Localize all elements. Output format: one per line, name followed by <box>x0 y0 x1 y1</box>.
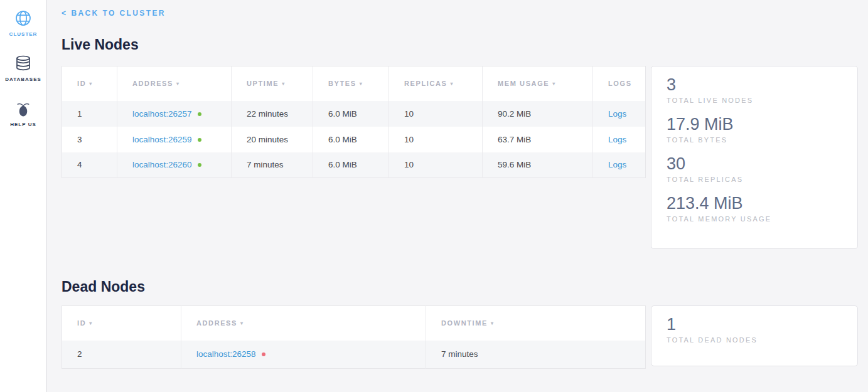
back-chevron-icon: < <box>62 9 67 18</box>
dead-status-dot-icon <box>262 352 265 356</box>
logs-link[interactable]: Logs <box>608 135 626 144</box>
node-mem-usage-cell: 90.2 MiB <box>483 101 593 127</box>
table-row: 3 localhost:26259 20 minutes 6.0 MiB 10 … <box>62 127 646 152</box>
stat-label: TOTAL BYTES <box>667 136 842 144</box>
node-address-cell: localhost:26258 <box>181 341 426 369</box>
node-bytes-cell: 6.0 MiB <box>313 127 389 152</box>
column-header-bytes[interactable]: BYTES▾ <box>313 66 389 101</box>
live-nodes-title: Live Nodes <box>62 36 857 53</box>
column-header-id[interactable]: ID▾ <box>62 66 117 101</box>
node-address-cell: localhost:26260 <box>117 152 232 178</box>
node-address-link[interactable]: localhost:26258 <box>196 349 256 359</box>
sidebar: CLUSTER DATABASES HELP US <box>0 0 47 392</box>
live-status-dot-icon <box>198 138 201 142</box>
live-status-dot-icon <box>198 163 201 167</box>
dead-nodes-table: ID▾ ADDRESS▾ DOWNTIME▾ 2 localhost:26258… <box>62 305 646 369</box>
main-content: <BACK TO CLUSTER Live Nodes ID▾ ADDRESS▾… <box>47 0 868 369</box>
node-uptime-cell: 22 minutes <box>232 101 313 127</box>
stat-value: 213.4 MiB <box>667 193 842 214</box>
node-id-cell: 1 <box>62 101 117 127</box>
back-link-label: BACK TO CLUSTER <box>71 9 165 18</box>
live-status-dot-icon <box>198 112 201 116</box>
column-header-logs: LOGS <box>593 66 646 101</box>
column-header-replicas[interactable]: REPLICAS▾ <box>389 66 483 101</box>
node-address-link[interactable]: localhost:26257 <box>132 109 192 119</box>
column-header-address[interactable]: ADDRESS▾ <box>117 66 232 101</box>
logs-link[interactable]: Logs <box>608 109 626 119</box>
live-nodes-table: ID▾ ADDRESS▾ UPTIME▾ BYTES▾ REPLICAS▾ ME… <box>62 66 646 178</box>
logs-link[interactable]: Logs <box>608 160 626 169</box>
node-mem-usage-cell: 59.6 MiB <box>483 152 593 178</box>
stat-value: 1 <box>667 314 842 335</box>
database-icon <box>14 54 33 73</box>
node-logs-cell: Logs <box>593 152 646 178</box>
sidebar-item-label: CLUSTER <box>0 31 46 37</box>
live-table-header-row: ID▾ ADDRESS▾ UPTIME▾ BYTES▾ REPLICAS▾ ME… <box>62 66 646 101</box>
node-replicas-cell: 10 <box>389 152 483 178</box>
dead-nodes-summary-panel: 1 TOTAL DEAD NODES <box>651 305 858 366</box>
node-uptime-cell: 7 minutes <box>232 152 313 178</box>
node-uptime-cell: 20 minutes <box>232 127 313 152</box>
node-id-cell: 2 <box>62 341 181 369</box>
stat-label: TOTAL REPLICAS <box>667 176 842 183</box>
back-to-cluster-link[interactable]: <BACK TO CLUSTER <box>62 9 166 18</box>
sidebar-item-databases[interactable]: DATABASES <box>0 54 46 82</box>
stat-label: TOTAL MEMORY USAGE <box>667 215 842 223</box>
node-logs-cell: Logs <box>593 101 646 127</box>
stat-value: 30 <box>667 154 842 174</box>
sort-arrow-icon: ▾ <box>552 81 556 87</box>
sort-arrow-icon: ▾ <box>450 81 454 87</box>
table-row: 4 localhost:26260 7 minutes 6.0 MiB 10 5… <box>62 152 646 178</box>
node-bytes-cell: 6.0 MiB <box>313 152 389 178</box>
stat-value: 3 <box>667 75 842 95</box>
stat-total-live-nodes: 3 TOTAL LIVE NODES <box>667 75 842 104</box>
cockroach-icon <box>14 99 33 118</box>
column-header-id[interactable]: ID▾ <box>62 306 181 341</box>
sidebar-item-label: HELP US <box>0 122 46 127</box>
table-row: 1 localhost:26257 22 minutes 6.0 MiB 10 … <box>62 101 646 127</box>
sidebar-item-cluster[interactable]: CLUSTER <box>0 9 46 37</box>
stat-value: 17.9 MiB <box>667 114 842 135</box>
stat-total-dead-nodes: 1 TOTAL DEAD NODES <box>667 314 842 344</box>
node-address-cell: localhost:26257 <box>117 101 232 127</box>
node-id-cell: 3 <box>62 127 117 152</box>
sidebar-item-label: DATABASES <box>0 77 46 82</box>
live-nodes-section: ID▾ ADDRESS▾ UPTIME▾ BYTES▾ REPLICAS▾ ME… <box>62 66 857 249</box>
stat-total-memory-usage: 213.4 MiB TOTAL MEMORY USAGE <box>667 193 842 223</box>
sort-arrow-icon: ▾ <box>491 320 495 326</box>
dead-nodes-section: ID▾ ADDRESS▾ DOWNTIME▾ 2 localhost:26258… <box>62 305 857 369</box>
stat-total-replicas: 30 TOTAL REPLICAS <box>667 154 842 183</box>
sort-arrow-icon: ▾ <box>176 81 180 87</box>
node-logs-cell: Logs <box>593 127 646 152</box>
stat-total-bytes: 17.9 MiB TOTAL BYTES <box>667 114 842 144</box>
node-address-link[interactable]: localhost:26259 <box>132 135 192 144</box>
stat-label: TOTAL DEAD NODES <box>667 336 842 344</box>
column-header-address[interactable]: ADDRESS▾ <box>181 306 426 341</box>
sort-arrow-icon: ▾ <box>282 81 286 87</box>
sort-arrow-icon: ▾ <box>240 320 244 326</box>
node-replicas-cell: 10 <box>389 101 483 127</box>
stat-label: TOTAL LIVE NODES <box>667 97 842 104</box>
live-nodes-summary-panel: 3 TOTAL LIVE NODES 17.9 MiB TOTAL BYTES … <box>651 66 858 249</box>
node-mem-usage-cell: 63.7 MiB <box>483 127 593 152</box>
sort-arrow-icon: ▾ <box>89 320 93 326</box>
dead-table-header-row: ID▾ ADDRESS▾ DOWNTIME▾ <box>62 306 646 341</box>
sidebar-item-help-us[interactable]: HELP US <box>0 99 46 127</box>
sort-arrow-icon: ▾ <box>89 81 93 87</box>
column-header-uptime[interactable]: UPTIME▾ <box>232 66 313 101</box>
node-downtime-cell: 7 minutes <box>426 341 646 369</box>
column-header-downtime[interactable]: DOWNTIME▾ <box>426 306 646 341</box>
sort-arrow-icon: ▾ <box>360 81 363 87</box>
node-bytes-cell: 6.0 MiB <box>313 101 389 127</box>
column-header-mem-usage[interactable]: MEM USAGE▾ <box>483 66 593 101</box>
table-row: 2 localhost:26258 7 minutes <box>62 341 646 369</box>
dead-nodes-title: Dead Nodes <box>62 278 857 295</box>
node-replicas-cell: 10 <box>389 127 483 152</box>
node-address-cell: localhost:26259 <box>117 127 232 152</box>
node-address-link[interactable]: localhost:26260 <box>132 160 192 169</box>
globe-icon <box>14 9 33 28</box>
node-id-cell: 4 <box>62 152 117 178</box>
